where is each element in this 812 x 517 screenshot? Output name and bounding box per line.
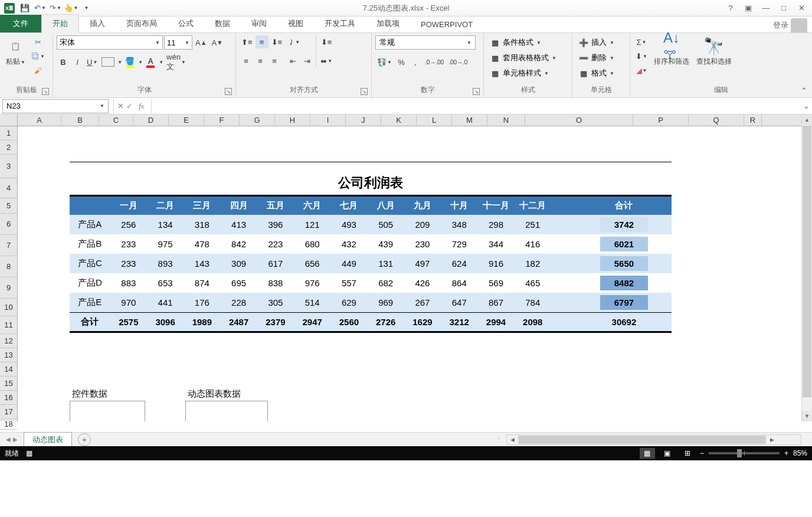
percent-icon[interactable]: % bbox=[395, 55, 408, 68]
close-icon[interactable]: ✕ bbox=[793, 2, 810, 15]
autosum-icon[interactable]: Σ▼ bbox=[634, 35, 649, 48]
zoom-slider[interactable] bbox=[709, 452, 780, 454]
increase-indent-icon[interactable]: ⇥ bbox=[300, 54, 313, 67]
tab-review[interactable]: 审阅 bbox=[241, 15, 277, 32]
row-header-7[interactable]: 7 bbox=[0, 235, 17, 256]
name-box[interactable]: N23▼ bbox=[2, 99, 109, 113]
increase-font-icon[interactable]: A▲ bbox=[194, 36, 208, 49]
col-header-A[interactable]: A bbox=[18, 114, 61, 126]
italic-button[interactable]: I bbox=[71, 55, 84, 68]
merge-center-icon[interactable]: ⬌▼ bbox=[319, 54, 334, 67]
col-header-R[interactable]: R bbox=[744, 114, 762, 126]
row-header-6[interactable]: 6 bbox=[0, 214, 17, 235]
page-break-view-icon[interactable]: ⊞ bbox=[680, 448, 695, 459]
clear-icon[interactable]: ◢▼ bbox=[634, 64, 649, 77]
clipboard-launcher-icon[interactable]: ↘ bbox=[42, 88, 49, 95]
row-header-10[interactable]: 10 bbox=[0, 299, 17, 316]
font-color-icon[interactable]: A bbox=[144, 55, 157, 68]
row-header-5[interactable]: 5 bbox=[0, 198, 17, 214]
tab-addins[interactable]: 加载项 bbox=[366, 15, 410, 32]
col-header-J[interactable]: J bbox=[346, 114, 381, 126]
align-top-icon[interactable]: ⬆≡ bbox=[240, 35, 254, 48]
collapse-ribbon-icon[interactable]: ⌃ bbox=[798, 86, 810, 95]
align-center-icon[interactable]: ≡ bbox=[254, 54, 267, 67]
orientation-icon[interactable]: ⤸▼ bbox=[286, 35, 302, 48]
maximize-icon[interactable]: □ bbox=[775, 2, 792, 15]
number-launcher-icon[interactable]: ↘ bbox=[473, 88, 480, 95]
alignment-launcher-icon[interactable]: ↘ bbox=[361, 88, 368, 95]
align-left-icon[interactable]: ≡ bbox=[240, 54, 253, 67]
sheet-split-handle[interactable]: ⋮ bbox=[496, 436, 503, 443]
sheet-nav-prev-icon[interactable]: ◀ bbox=[6, 436, 11, 443]
select-all-corner[interactable] bbox=[0, 114, 18, 126]
fx-icon[interactable]: fx bbox=[135, 102, 148, 111]
row-header-15[interactable]: 15 bbox=[0, 377, 17, 391]
comma-icon[interactable]: , bbox=[409, 55, 422, 68]
page-layout-view-icon[interactable]: ▣ bbox=[660, 448, 675, 459]
undo-icon[interactable]: ↶▼ bbox=[33, 2, 47, 15]
col-header-D[interactable]: D bbox=[133, 114, 169, 126]
macro-record-icon[interactable]: ▦ bbox=[26, 449, 32, 457]
touch-mode-icon[interactable]: 👆▼ bbox=[64, 2, 78, 15]
col-header-Q[interactable]: Q bbox=[689, 114, 744, 126]
fill-icon[interactable]: ⬇▼ bbox=[634, 50, 649, 63]
zoom-level[interactable]: 85% bbox=[793, 449, 807, 457]
login-link[interactable]: 登录 bbox=[773, 20, 788, 31]
font-name-combo[interactable]: 宋体▼ bbox=[57, 35, 163, 50]
tab-page-layout[interactable]: 页面布局 bbox=[116, 15, 168, 32]
find-select-button[interactable]: 🔭 查找和选择 bbox=[694, 35, 734, 68]
tab-formulas[interactable]: 公式 bbox=[168, 15, 204, 32]
scroll-up-icon[interactable]: ▲ bbox=[802, 114, 812, 125]
format-painter-icon[interactable]: 🖌 bbox=[30, 64, 47, 77]
decrease-decimal-icon[interactable]: .00→.0 bbox=[447, 55, 469, 68]
underline-button[interactable]: U▼ bbox=[85, 55, 99, 68]
hscroll-thumb[interactable] bbox=[518, 436, 766, 444]
row-header-16[interactable]: 16 bbox=[0, 391, 17, 405]
conditional-formatting-button[interactable]: ▦条件格式▼ bbox=[487, 35, 543, 50]
user-icon[interactable] bbox=[791, 18, 807, 32]
vertical-scrollbar[interactable]: ▲ ▼ bbox=[801, 114, 812, 421]
bold-button[interactable]: B bbox=[57, 55, 70, 68]
col-header-H[interactable]: H bbox=[275, 114, 310, 126]
normal-view-icon[interactable]: ▦ bbox=[640, 448, 655, 459]
row-header-9[interactable]: 9 bbox=[0, 277, 17, 299]
scroll-down-icon[interactable]: ▼ bbox=[802, 411, 812, 421]
row-header-12[interactable]: 12 bbox=[0, 334, 17, 348]
sort-filter-button[interactable]: A↓🝖 排序和筛选 bbox=[651, 35, 692, 68]
scroll-left-icon[interactable]: ◀ bbox=[507, 435, 518, 444]
row-header-1[interactable]: 1 bbox=[0, 126, 17, 140]
cell-styles-button[interactable]: ▦单元格样式▼ bbox=[487, 66, 551, 80]
paste-button[interactable]: 📋 粘贴▼ bbox=[4, 35, 28, 68]
tab-insert[interactable]: 插入 bbox=[79, 15, 116, 32]
col-header-E[interactable]: E bbox=[169, 114, 204, 126]
add-sheet-icon[interactable]: + bbox=[78, 433, 91, 446]
col-header-L[interactable]: L bbox=[417, 114, 452, 126]
col-header-M[interactable]: M bbox=[452, 114, 487, 126]
col-header-P[interactable]: P bbox=[633, 114, 689, 126]
qat-customize-icon[interactable]: ▼ bbox=[79, 2, 93, 15]
redo-icon[interactable]: ↷▼ bbox=[48, 2, 63, 15]
row-header-14[interactable]: 14 bbox=[0, 362, 17, 377]
align-middle-icon[interactable]: ≡ bbox=[256, 35, 269, 48]
wrap-text-icon[interactable]: ⬇≡ bbox=[319, 35, 334, 48]
formula-input[interactable] bbox=[152, 99, 800, 113]
enter-formula-icon[interactable]: ✓ bbox=[126, 102, 133, 110]
tab-developer[interactable]: 开发工具 bbox=[314, 15, 366, 32]
decrease-indent-icon[interactable]: ⇤ bbox=[286, 54, 299, 67]
insert-cells-button[interactable]: ➕插入▼ bbox=[576, 35, 617, 50]
zoom-out-icon[interactable]: − bbox=[700, 449, 704, 457]
help-icon[interactable]: ? bbox=[722, 2, 739, 15]
col-header-G[interactable]: G bbox=[240, 114, 275, 126]
ribbon-display-icon[interactable]: ▣ bbox=[740, 2, 757, 15]
dynamic-chart-data-box[interactable] bbox=[185, 401, 268, 421]
scroll-right-icon[interactable]: ▶ bbox=[767, 435, 777, 444]
col-header-C[interactable]: C bbox=[99, 114, 133, 126]
save-icon[interactable]: 💾 bbox=[18, 2, 32, 15]
row-header-8[interactable]: 8 bbox=[0, 256, 17, 277]
horizontal-scrollbar[interactable]: ◀ ▶ bbox=[506, 434, 801, 445]
tab-file[interactable]: 文件 bbox=[0, 15, 41, 32]
row-header-18[interactable]: 18 bbox=[0, 419, 17, 430]
row-header-13[interactable]: 13 bbox=[0, 348, 17, 362]
accounting-icon[interactable]: 💱▼ bbox=[375, 55, 394, 68]
excel-app-icon[interactable]: X≣ bbox=[2, 2, 17, 15]
